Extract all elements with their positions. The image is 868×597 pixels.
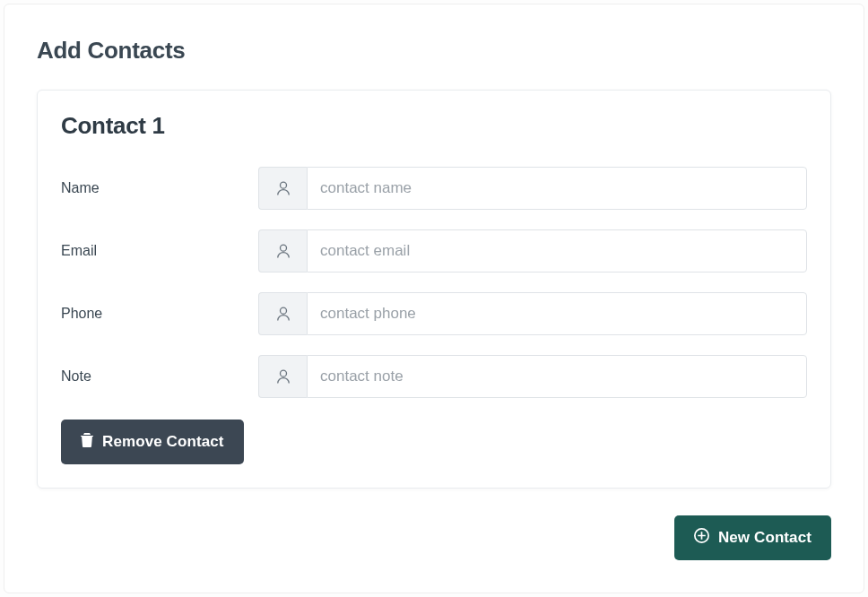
plus-circle-icon [694,528,709,548]
input-group-email [258,229,807,273]
remove-contact-button[interactable]: Remove Contact [61,420,244,464]
row-email: Email [61,229,807,273]
input-group-note [258,355,807,398]
svg-point-3 [280,370,286,376]
input-group-phone [258,292,807,335]
person-icon [258,355,307,398]
contact-heading: Contact 1 [61,112,807,140]
label-email: Email [61,243,258,259]
add-contacts-panel: Add Contacts Contact 1 Name Email [4,4,864,593]
person-icon [258,292,307,335]
contact-card: Contact 1 Name Email Phone [37,90,831,489]
svg-point-2 [280,307,286,314]
name-input[interactable] [307,167,807,210]
email-input[interactable] [307,229,807,273]
row-note: Note [61,355,807,398]
row-phone: Phone [61,292,807,335]
page-title: Add Contacts [37,37,831,65]
svg-point-0 [280,182,286,188]
person-icon [258,229,307,273]
label-phone: Phone [61,306,258,322]
remove-contact-label: Remove Contact [102,433,224,451]
new-contact-label: New Contact [718,529,812,547]
new-contact-button[interactable]: New Contact [674,515,831,560]
input-group-name [258,167,807,210]
row-name: Name [61,167,807,210]
note-input[interactable] [307,355,807,398]
footer-actions: New Contact [37,515,831,560]
label-note: Note [61,368,258,385]
person-icon [258,167,307,210]
phone-input[interactable] [307,292,807,335]
trash-icon [81,433,93,452]
label-name: Name [61,180,258,196]
svg-point-1 [280,245,286,251]
